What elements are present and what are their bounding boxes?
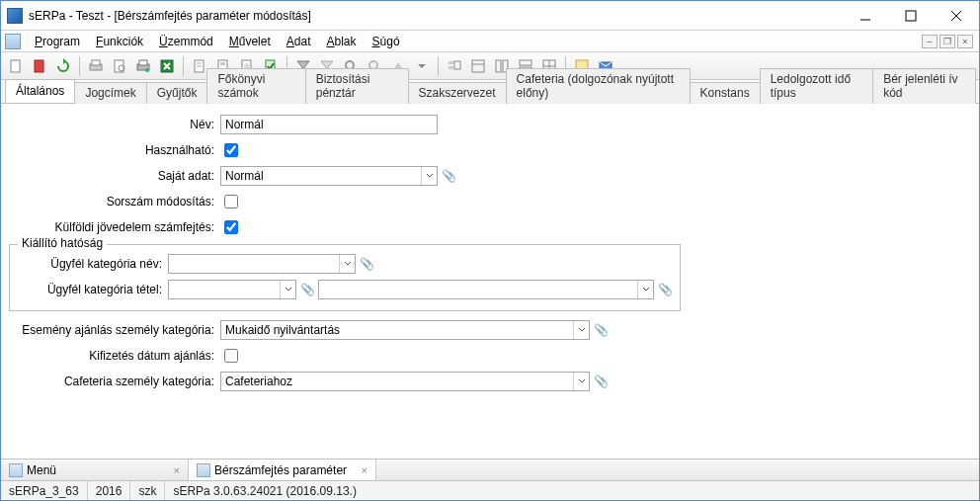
svg-rect-28 [454,61,460,69]
svg-rect-29 [472,60,484,72]
group-legend: Kiállító hatóság [18,236,107,250]
maximize-button[interactable] [888,1,934,30]
ugyf-kat-nev-combo[interactable] [168,254,356,274]
ugyf-kat-tetel2-combo[interactable] [318,280,654,299]
menu-bar: Program Funkciók Üzemmód Művelet Adat Ab… [1,31,979,52]
mdi-tab-close-icon[interactable]: × [174,464,180,476]
paperclip-icon[interactable]: 📎 [442,169,455,183]
svg-rect-5 [35,60,43,72]
ugyf-kat-tetel-label: Ügyfél kategória tétel: [10,283,168,296]
hasznalhato-checkbox[interactable] [224,143,238,157]
sorszam-checkbox[interactable] [224,195,238,209]
chevron-down-icon [280,281,295,298]
mdi-tab-menu-label: Menü [27,463,56,477]
kulfoldi-label: Külföldi jövedelem számfejtés: [9,220,220,234]
svg-rect-11 [139,60,147,65]
paperclip-icon[interactable]: 📎 [594,323,608,337]
window-icon [197,463,210,477]
cafeteria-kat-value: Cafeteriahoz [221,375,573,388]
svg-rect-26 [449,61,453,64]
toolbar-export-button[interactable] [156,55,178,77]
svg-rect-27 [449,66,453,69]
menu-muvelet[interactable]: Művelet [221,33,279,50]
tab-jogcimek[interactable]: Jogcímek [74,82,146,104]
hasznalhato-label: Használható: [9,143,220,157]
kulfoldi-checkbox[interactable] [224,220,238,234]
mdi-close-button[interactable]: × [957,35,973,48]
nev-label: Név: [9,118,220,131]
toolbar-form1-button[interactable] [444,55,465,77]
paperclip-icon[interactable]: 📎 [300,283,314,296]
chevron-down-icon [573,373,589,390]
sajat-adat-label: Saját adat: [9,169,220,183]
mdi-tab-param[interactable]: Bérszámfejtés paraméter × [189,459,376,480]
menu-uzemmod[interactable]: Üzemmód [151,33,221,50]
chevron-down-icon [421,167,437,185]
menu-program[interactable]: Program [27,33,88,50]
status-dbname: sERPa_3_63 [1,481,88,500]
status-version: sERPa 3.0.63.24021 (2016.09.13.) [165,481,364,500]
toolbar-delete-button[interactable] [29,55,50,77]
tab-konstans[interactable]: Konstans [690,82,761,104]
ugyf-kat-tetel1-combo[interactable] [168,280,296,299]
close-button[interactable] [934,1,979,30]
tab-szakszervezet[interactable]: Szakszervezet [408,82,507,104]
cafeteria-kat-combo[interactable]: Cafeteriahoz [220,372,590,391]
mdi-minimize-button[interactable]: – [922,35,938,48]
svg-rect-18 [220,62,225,65]
ugyf-kat-nev-label: Ügyfél kategória név: [10,257,168,271]
tab-berjelenleti[interactable]: Bér jelenléti ív kód [872,68,976,104]
tab-altalanos[interactable]: Általános [5,79,75,103]
svg-rect-33 [520,60,531,65]
mdi-tab-menu[interactable]: Menü × [1,459,189,480]
menu-funkciok[interactable]: Funkciók [88,33,151,50]
app-icon [7,8,23,24]
tab-fokonyvi[interactable]: Főkönyvi számok [206,68,305,104]
mdi-restore-button[interactable]: ❐ [939,35,955,48]
paperclip-icon[interactable]: 📎 [594,375,608,388]
toolbar-form2-button[interactable] [467,55,489,77]
kifizetes-label: Kifizetés dátum ajánlás: [9,349,220,363]
status-user: szk [130,481,165,500]
chevron-down-icon [339,255,355,273]
tab-bar: Általános Jogcímek Gyűjtők Főkönyvi szám… [1,80,979,104]
esemeny-value: Mukaidő nyilvántartás [221,323,573,337]
toolbar-print2-button[interactable] [132,55,154,77]
mdi-tab-bar: Menü × Bérszámfejtés paraméter × [1,459,979,480]
svg-rect-4 [11,60,20,72]
sorszam-label: Sorszám módosítás: [9,195,220,209]
toolbar-new-button[interactable] [5,55,27,77]
esemeny-combo[interactable]: Mukaidő nyilvántartás [220,320,590,340]
window-title: sERPa - Teszt - [Bérszámfejtés paraméter… [29,9,843,23]
sajat-adat-value: Normál [221,169,421,183]
menu-ablak[interactable]: Ablak [318,33,364,50]
mdi-tab-param-label: Bérszámfejtés paraméter [214,463,347,477]
toolbar-dropdown-button[interactable] [411,55,433,77]
kialllito-groupbox: Kiállító hatóság Ügyfél kategória név: 📎… [9,244,681,311]
toolbar-print-button[interactable] [85,55,107,77]
menu-adat[interactable]: Adat [279,33,319,50]
paperclip-icon[interactable]: 📎 [658,283,672,296]
svg-rect-31 [496,60,501,72]
svg-rect-1 [906,11,916,21]
svg-rect-7 [92,60,100,65]
tab-ledolgozott[interactable]: Ledolgozott idő típus [760,68,874,104]
paperclip-icon[interactable]: 📎 [360,257,373,271]
cafeteria-kat-label: Cafeteria személy kategória: [9,375,220,388]
title-bar: sERPa - Teszt - [Bérszámfejtés paraméter… [1,1,979,31]
tab-cafeteria[interactable]: Cafeteria (dolgozónak nyújtott előny) [506,68,691,104]
toolbar-refresh-button[interactable] [52,55,74,77]
tab-biztositasi[interactable]: Biztosítási pénztár [305,68,409,104]
tab-gyujtok[interactable]: Gyűjtők [146,82,208,104]
chevron-down-icon [573,321,589,339]
mdi-tab-close-icon[interactable]: × [362,464,368,476]
minimize-button[interactable] [843,1,888,30]
nev-input[interactable] [220,115,438,134]
sajat-adat-combo[interactable]: Normál [220,166,438,186]
kifizetes-checkbox[interactable] [224,349,238,363]
status-year: 2016 [88,481,131,500]
toolbar-preview-button[interactable] [109,55,130,77]
svg-point-12 [145,68,149,72]
status-bar: sERPa_3_63 2016 szk sERPa 3.0.63.24021 (… [1,480,979,500]
menu-sugo[interactable]: Súgó [365,33,408,50]
